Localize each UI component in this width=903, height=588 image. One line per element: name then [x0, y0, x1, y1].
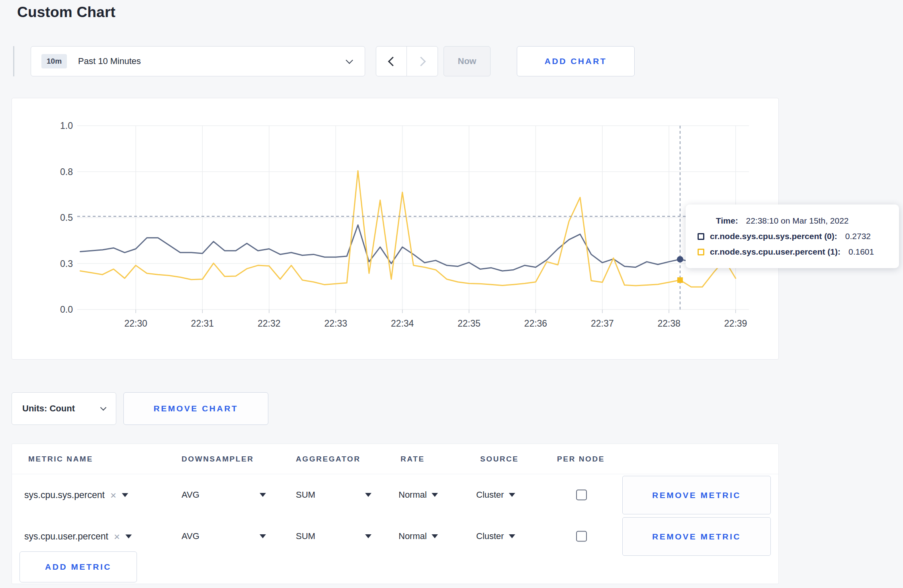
- x-tick-label: 22:36: [524, 318, 547, 329]
- chevron-down-icon: [100, 404, 107, 411]
- x-tick-label: 22:38: [657, 318, 680, 329]
- caret-down-icon: [432, 534, 438, 538]
- close-icon[interactable]: ×: [114, 531, 120, 541]
- prev-time-button[interactable]: [376, 46, 407, 76]
- rate-value: Normal: [399, 490, 427, 500]
- now-button[interactable]: Now: [444, 46, 491, 76]
- rate-value: Normal: [399, 531, 427, 541]
- y-tick-label: 0.8: [60, 167, 73, 177]
- remove-chart-button[interactable]: REMOVE CHART: [123, 392, 268, 425]
- col-header-metric-name: METRIC NAME: [28, 455, 93, 463]
- metric-name-value: sys.cpu.sys.percent: [24, 490, 105, 500]
- next-time-button[interactable]: [407, 46, 438, 76]
- caret-down-icon: [509, 534, 515, 538]
- chevron-right-icon: [416, 56, 426, 66]
- metrics-table: METRIC NAME DOWNSAMPLER AGGREGATOR RATE …: [12, 444, 779, 584]
- source-select[interactable]: Cluster: [476, 531, 515, 541]
- close-icon[interactable]: ×: [110, 490, 116, 500]
- hover-marker-sys: [677, 256, 683, 263]
- y-tick-label: 0.0: [60, 304, 73, 315]
- aggregator-value: SUM: [296, 490, 315, 500]
- remove-metric-button[interactable]: REMOVE METRIC: [622, 517, 771, 556]
- remove-metric-button[interactable]: REMOVE METRIC: [622, 476, 771, 514]
- series-sys-swatch-icon: [698, 233, 704, 240]
- chart-card: 0.00.30.50.81.022:3022:3122:3222:3322:34…: [12, 98, 779, 360]
- caret-down-icon: [125, 534, 132, 538]
- per-node-checkbox[interactable]: [576, 490, 587, 500]
- metric-name-select[interactable]: sys.cpu.user.percent ×: [24, 531, 132, 542]
- tooltip-time-label: Time:: [716, 216, 738, 225]
- x-tick-label: 22:32: [258, 318, 281, 329]
- caret-down-icon: [365, 493, 371, 497]
- caret-down-icon: [365, 534, 371, 538]
- x-tick-label: 22:33: [324, 318, 347, 329]
- add-chart-button[interactable]: ADD CHART: [517, 46, 635, 76]
- series-user-swatch-icon: [698, 249, 704, 255]
- aggregator-value: SUM: [296, 531, 315, 541]
- col-header-aggregator: AGGREGATOR: [296, 455, 361, 463]
- source-value: Cluster: [476, 490, 504, 500]
- metrics-chart[interactable]: 0.00.30.50.81.022:3022:3122:3222:3322:34…: [12, 98, 779, 359]
- y-tick-label: 1.0: [60, 121, 73, 131]
- col-header-per-node: PER NODE: [557, 455, 605, 463]
- chart-tooltip: Time: 22:38:10 on Mar 15th, 2022 cr.node…: [686, 204, 899, 268]
- rate-select[interactable]: Normal: [399, 490, 438, 500]
- x-tick-label: 22:37: [591, 318, 614, 329]
- tooltip-series-row: cr.node.sys.cpu.sys.percent (0): 0.2732: [698, 232, 899, 241]
- time-range-select[interactable]: 10m Past 10 Minutes: [31, 46, 365, 76]
- per-node-checkbox[interactable]: [576, 531, 587, 542]
- time-pager: [376, 46, 438, 76]
- x-tick-label: 22:39: [724, 318, 747, 329]
- downsampler-select[interactable]: AVG: [182, 531, 266, 541]
- caret-down-icon: [509, 493, 515, 497]
- downsampler-select[interactable]: AVG: [182, 490, 266, 500]
- source-select[interactable]: Cluster: [476, 490, 515, 500]
- hover-marker-user: [677, 277, 683, 283]
- units-label: Units: Count: [22, 403, 75, 414]
- downsampler-value: AVG: [182, 490, 199, 500]
- col-header-downsampler: DOWNSAMPLER: [182, 455, 254, 463]
- downsampler-value: AVG: [182, 531, 199, 541]
- tooltip-series-name: cr.node.sys.cpu.sys.percent (0):: [710, 232, 837, 241]
- x-tick-label: 22:35: [457, 318, 481, 329]
- tooltip-time-row: Time: 22:38:10 on Mar 15th, 2022: [698, 216, 899, 226]
- caret-down-icon: [432, 493, 438, 497]
- aggregator-select[interactable]: SUM: [296, 531, 371, 541]
- metric-name-select[interactable]: sys.cpu.sys.percent ×: [24, 490, 128, 500]
- units-select[interactable]: Units: Count: [12, 392, 116, 425]
- source-value: Cluster: [476, 531, 504, 541]
- caret-down-icon: [260, 534, 266, 538]
- x-tick-label: 22:34: [391, 318, 414, 329]
- y-tick-label: 0.5: [60, 212, 73, 223]
- caret-down-icon: [122, 493, 128, 497]
- tooltip-series-row: cr.node.sys.cpu.user.percent (1): 0.1601: [698, 247, 899, 257]
- metric-name-value: sys.cpu.user.percent: [24, 531, 108, 542]
- series-line-1: [80, 171, 736, 287]
- y-tick-label: 0.3: [60, 259, 73, 269]
- page-title: Custom Chart: [17, 4, 115, 21]
- tooltip-time-value: 22:38:10 on Mar 15th, 2022: [746, 216, 848, 225]
- time-range-badge: 10m: [41, 54, 67, 68]
- tooltip-series-value: 0.1601: [848, 247, 874, 257]
- rate-select[interactable]: Normal: [399, 531, 438, 541]
- chevron-down-icon: [346, 56, 353, 64]
- time-range-label: Past 10 Minutes: [78, 56, 141, 66]
- toolbar-divider: [13, 46, 14, 76]
- x-tick-label: 22:30: [124, 318, 147, 329]
- col-header-rate: RATE: [401, 455, 425, 463]
- col-header-source: SOURCE: [480, 455, 519, 463]
- tooltip-series-name: cr.node.sys.cpu.user.percent (1):: [710, 247, 840, 257]
- table-header-row: METRIC NAME DOWNSAMPLER AGGREGATOR RATE …: [12, 444, 778, 474]
- chevron-left-icon: [388, 56, 397, 66]
- aggregator-select[interactable]: SUM: [296, 490, 371, 500]
- custom-chart-page: Custom Chart 10m Past 10 Minutes Now ADD…: [0, 0, 903, 588]
- add-metric-button[interactable]: ADD METRIC: [20, 551, 137, 582]
- caret-down-icon: [260, 493, 266, 497]
- x-tick-label: 22:31: [191, 318, 214, 329]
- tooltip-series-value: 0.2732: [845, 232, 871, 241]
